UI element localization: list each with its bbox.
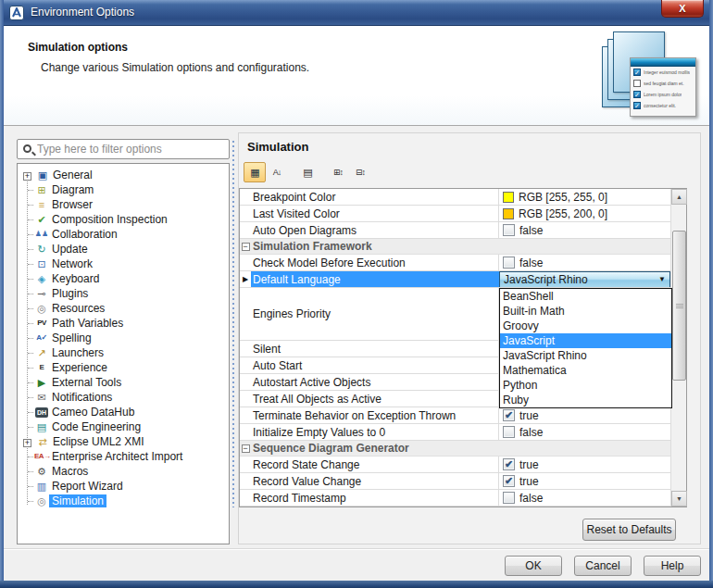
checklist-item-label: Lorem ipsum dolor bbox=[644, 92, 682, 97]
property-value[interactable]: ✔true bbox=[499, 457, 670, 472]
options-tree[interactable]: + ▣ General ⊞ Diagram ≡ Browser ✔ Compos… bbox=[17, 163, 230, 544]
sidebar-item-cameo-datahub[interactable]: DH Cameo DataHub bbox=[21, 405, 229, 419]
sidebar-item-spelling[interactable]: A✓ Spelling bbox=[21, 331, 229, 345]
close-button[interactable]: X bbox=[661, 0, 704, 18]
reset-to-defaults-button[interactable]: Reset to Defaults bbox=[582, 519, 676, 541]
property-row-initialize-empty-values-to-0[interactable]: Initialize Empty Values to 0 false bbox=[240, 424, 670, 441]
sidebar-item-label: Simulation bbox=[49, 494, 106, 507]
property-label: Default Language bbox=[251, 271, 499, 287]
sidebar-item-enterprise-architect-import[interactable]: EA→ Enterprise Architect Import bbox=[21, 449, 229, 464]
property-row-last-visited-color[interactable]: Last Visited Color RGB [255, 200, 0] bbox=[240, 206, 670, 222]
sidebar-item-network[interactable]: ⊡ Network bbox=[21, 256, 229, 271]
property-value[interactable]: false bbox=[499, 424, 670, 440]
property-value[interactable]: RGB [255, 255, 0] bbox=[499, 189, 670, 205]
sidebar-item-notifications[interactable]: ✉ Notifications bbox=[21, 390, 229, 405]
property-value[interactable]: JavaScript Rhino▼ bbox=[499, 271, 670, 287]
sidebar-item-report-wizard[interactable]: ▥ Report Wizard bbox=[21, 479, 229, 494]
filter-box[interactable] bbox=[17, 139, 230, 159]
property-row-record-timestamp[interactable]: Record Timestamp false bbox=[240, 490, 670, 507]
cancel-button[interactable]: Cancel bbox=[574, 556, 632, 576]
property-row-record-value-change[interactable]: Record Value Change ✔true bbox=[240, 473, 670, 490]
title-bar[interactable]: Environment Options X bbox=[0, 0, 713, 26]
sort-alphabetically-button[interactable]: A↓ bbox=[266, 162, 288, 182]
sidebar-item-code-engineering[interactable]: ▤ Code Engineering bbox=[21, 419, 229, 434]
sidebar-item-resources[interactable]: ◎ Resources bbox=[21, 301, 229, 316]
dropdown-option-javascript-rhino[interactable]: JavaScript Rhino bbox=[500, 348, 671, 363]
default-language-combobox[interactable]: JavaScript Rhino▼ bbox=[499, 271, 670, 287]
expand-all-button[interactable]: ⊞↕ bbox=[327, 162, 349, 182]
sidebar-item-external-tools[interactable]: ▶ External Tools bbox=[21, 375, 229, 390]
property-value[interactable]: false bbox=[499, 222, 670, 238]
checkbox-checked[interactable]: ✔ bbox=[503, 475, 515, 487]
dropdown-option-python[interactable]: Python bbox=[500, 378, 671, 393]
property-row-default-language[interactable]: ▶ Default Language JavaScript Rhino▼ bbox=[240, 271, 670, 288]
property-row-record-state-change[interactable]: Record State Change ✔true bbox=[240, 457, 670, 473]
sidebar-item-label: Update bbox=[49, 243, 91, 256]
property-value[interactable]: ✔true bbox=[499, 407, 670, 423]
scroll-up-button[interactable]: ▲ bbox=[671, 189, 687, 205]
code-engineering-icon: ▤ bbox=[34, 419, 49, 434]
ok-button[interactable]: OK bbox=[505, 556, 562, 576]
sidebar-item-macros[interactable]: ⚙ Macros bbox=[21, 464, 229, 479]
simulation-icon: ◎ bbox=[34, 494, 49, 508]
collapse-section-icon[interactable]: − bbox=[242, 243, 250, 251]
sidebar-item-update[interactable]: ↻ Update bbox=[21, 242, 229, 256]
sidebar-item-browser[interactable]: ≡ Browser bbox=[21, 197, 229, 212]
checkbox-unchecked[interactable] bbox=[503, 426, 515, 438]
property-row-check-model-before-execution[interactable]: Check Model Before Execution false bbox=[240, 255, 670, 271]
splitter-handle[interactable] bbox=[232, 141, 234, 507]
property-value[interactable]: false bbox=[499, 490, 670, 506]
dropdown-option-ruby[interactable]: Ruby bbox=[500, 393, 671, 407]
sidebar-item-diagram[interactable]: ⊞ Diagram bbox=[21, 182, 229, 197]
sidebar-item-eclipse-uml2-xmi[interactable]: + ⇄ Eclipse UML2 XMI bbox=[21, 434, 229, 449]
checkbox-unchecked[interactable] bbox=[503, 492, 515, 504]
sidebar-item-experience[interactable]: E Experience bbox=[21, 360, 229, 375]
sidebar-item-plugins[interactable]: ⊸ Plugins bbox=[21, 286, 229, 301]
vertical-scrollbar[interactable]: ▲ ▼ bbox=[670, 189, 686, 507]
checkbox-checked[interactable]: ✔ bbox=[503, 409, 515, 421]
header-description: Change various Simulation options and co… bbox=[41, 61, 309, 74]
dropdown-option-javascript[interactable]: JavaScript bbox=[500, 333, 671, 348]
property-value[interactable]: RGB [255, 200, 0] bbox=[499, 206, 670, 221]
tree-connector bbox=[21, 242, 34, 256]
window-border-bottom bbox=[0, 581, 713, 588]
checkbox-checked[interactable]: ✔ bbox=[503, 458, 515, 470]
resources-icon: ◎ bbox=[34, 301, 49, 316]
dropdown-option-mathematica[interactable]: Mathematica bbox=[500, 363, 671, 378]
section-label: Simulation Framework bbox=[251, 239, 499, 254]
sidebar-item-general[interactable]: + ▣ General bbox=[21, 168, 229, 182]
categorized-view-button[interactable]: ▦ bbox=[244, 162, 266, 182]
property-row-terminate-behavior-on-exception-thrown[interactable]: Terminate Behavior on Exception Thrown ✔… bbox=[240, 407, 670, 424]
property-value[interactable]: ✔true bbox=[499, 473, 670, 489]
color-swatch[interactable] bbox=[503, 208, 514, 219]
property-value[interactable]: false bbox=[499, 255, 670, 270]
tree-connector bbox=[21, 197, 34, 212]
sidebar-item-simulation[interactable]: ◎ Simulation bbox=[21, 494, 229, 508]
checkbox-unchecked[interactable] bbox=[503, 224, 515, 236]
tree-connector bbox=[21, 301, 34, 316]
dropdown-option-groovy[interactable]: Groovy bbox=[500, 319, 671, 333]
expand-icon[interactable]: + bbox=[23, 172, 31, 181]
collapse-all-button[interactable]: ⊟↕ bbox=[349, 162, 371, 182]
property-row-breakpoint-color[interactable]: Breakpoint Color RGB [255, 255, 0] bbox=[240, 189, 670, 206]
show-description-button[interactable]: ▤ bbox=[296, 162, 319, 182]
filter-input[interactable] bbox=[37, 143, 225, 156]
collapse-section-icon[interactable]: − bbox=[242, 444, 250, 453]
sidebar-item-keyboard[interactable]: ◈ Keyboard bbox=[21, 271, 229, 286]
sidebar-item-collaboration[interactable]: ♟♟ Collaboration bbox=[21, 227, 229, 242]
dropdown-option-beanshell[interactable]: BeanShell bbox=[500, 289, 671, 304]
expand-icon[interactable]: + bbox=[23, 439, 31, 447]
tree-connector bbox=[21, 331, 34, 345]
scroll-down-button[interactable]: ▼ bbox=[671, 491, 687, 507]
color-swatch[interactable] bbox=[503, 192, 514, 203]
sidebar-item-launchers[interactable]: ↗ Launchers bbox=[21, 345, 229, 360]
header-title: Simulation options bbox=[28, 41, 128, 54]
property-row-auto-open-diagrams[interactable]: Auto Open Diagrams false bbox=[240, 222, 670, 239]
dropdown-option-built-in-math[interactable]: Built-in Math bbox=[500, 304, 671, 319]
language-dropdown-list[interactable]: BeanShellBuilt-in MathGroovyJavaScriptJa… bbox=[499, 288, 672, 408]
scrollbar-thumb[interactable] bbox=[672, 231, 686, 381]
sidebar-item-composition-inspection[interactable]: ✔ Composition Inspection bbox=[21, 212, 229, 227]
checkbox-unchecked[interactable] bbox=[503, 256, 515, 269]
sidebar-item-path-variables[interactable]: PV Path Variables bbox=[21, 316, 229, 331]
help-button[interactable]: Help bbox=[644, 556, 701, 576]
